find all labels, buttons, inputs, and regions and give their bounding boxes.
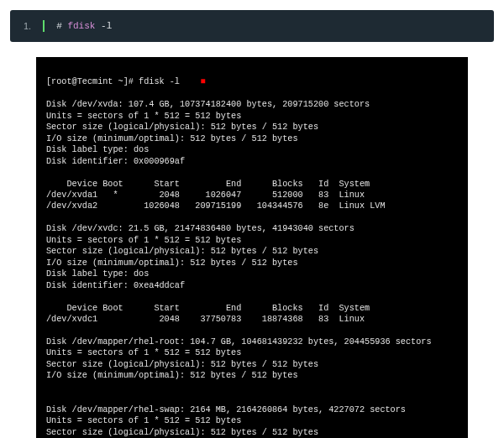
code-snippet-panel: 1. # fdisk -l (10, 10, 494, 42)
disk-rhel-swap-block: Disk /dev/mapper/rhel-swap: 2164 MB, 216… (46, 405, 406, 438)
disk-xvdc-block: Disk /dev/xvdc: 21.5 GB, 21474836480 byt… (46, 224, 354, 289)
prompt-bar-icon (43, 20, 45, 32)
terminal-prompt-line: [root@Tecmint ~]# fdisk -l ■ (46, 77, 206, 86)
command-text: # fdisk -l (56, 21, 112, 31)
terminal-window: [root@Tecmint ~]# fdisk -l ■ Disk /dev/x… (36, 57, 468, 438)
partition-row: /dev/xvdc1 2048 37750783 18874368 83 Lin… (46, 315, 365, 324)
partition-row: /dev/xvda2 1026048 209715199 104344576 8… (46, 201, 386, 211)
fdisk-flag: -l (101, 21, 112, 31)
partition-table-header: Device Boot Start End Blocks Id System (46, 304, 370, 313)
cursor-icon: ■ (200, 77, 205, 86)
disk-rhel-root-block: Disk /dev/mapper/rhel-root: 104.7 GB, 10… (46, 337, 432, 380)
partition-row: /dev/xvda1 * 2048 1026047 512000 83 Linu… (46, 190, 365, 200)
line-number: 1. (24, 21, 31, 31)
prompt-hash: # (56, 21, 62, 31)
disk-xvda-block: Disk /dev/xvda: 107.4 GB, 107374182400 b… (46, 100, 370, 165)
partition-table-header: Device Boot Start End Blocks Id System (46, 180, 370, 189)
fdisk-command: fdisk (67, 21, 95, 31)
